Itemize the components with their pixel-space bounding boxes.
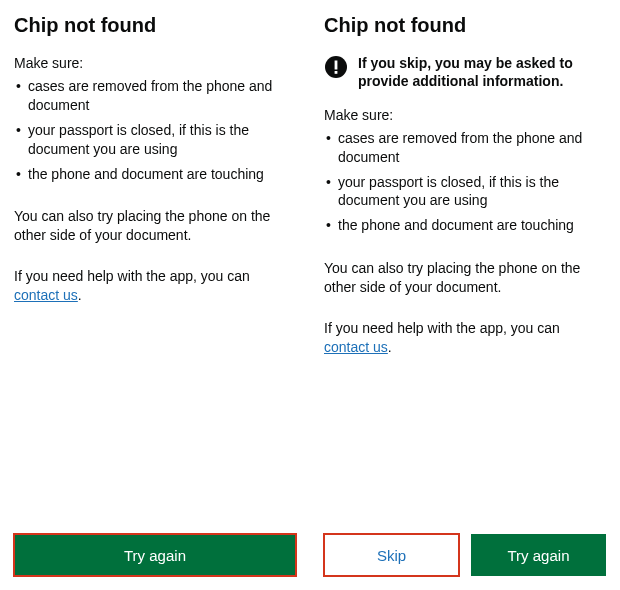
svg-rect-2 xyxy=(335,71,338,74)
contact-us-link[interactable]: contact us xyxy=(14,287,78,303)
list-item: the phone and document are touching xyxy=(324,216,606,235)
try-again-button[interactable]: Try again xyxy=(14,534,296,576)
right-pane: Chip not found If you skip, you may be a… xyxy=(310,0,620,590)
contact-us-link[interactable]: contact us xyxy=(324,339,388,355)
exclamation-icon xyxy=(324,55,348,79)
alt-placement-text: You can also try placing the phone on th… xyxy=(14,207,296,245)
make-sure-lead: Make sure: xyxy=(14,55,296,71)
skip-button[interactable]: Skip xyxy=(324,534,459,576)
alt-placement-text: You can also try placing the phone on th… xyxy=(324,259,606,297)
list-item: the phone and document are touching xyxy=(14,165,296,184)
help-prefix: If you need help with the app, you can xyxy=(324,320,560,336)
list-item: cases are removed from the phone and doc… xyxy=(14,77,296,115)
list-item: your passport is closed, if this is the … xyxy=(324,173,606,211)
help-text: If you need help with the app, you can c… xyxy=(324,319,606,357)
help-suffix: . xyxy=(388,339,392,355)
help-prefix: If you need help with the app, you can xyxy=(14,268,250,284)
make-sure-lead: Make sure: xyxy=(324,107,606,123)
help-text: If you need help with the app, you can c… xyxy=(14,267,296,305)
skip-notice: If you skip, you may be asked to provide… xyxy=(324,55,606,91)
left-pane: Chip not found Make sure: cases are remo… xyxy=(0,0,310,590)
page-title: Chip not found xyxy=(14,14,296,37)
make-sure-list: cases are removed from the phone and doc… xyxy=(324,129,606,241)
try-again-button[interactable]: Try again xyxy=(471,534,606,576)
footer-buttons: Skip Try again xyxy=(324,534,606,576)
svg-rect-1 xyxy=(335,61,338,70)
list-item: cases are removed from the phone and doc… xyxy=(324,129,606,167)
footer-buttons: Try again xyxy=(14,534,296,576)
list-item: your passport is closed, if this is the … xyxy=(14,121,296,159)
page-title: Chip not found xyxy=(324,14,606,37)
skip-notice-text: If you skip, you may be asked to provide… xyxy=(358,55,606,91)
make-sure-list: cases are removed from the phone and doc… xyxy=(14,77,296,189)
help-suffix: . xyxy=(78,287,82,303)
